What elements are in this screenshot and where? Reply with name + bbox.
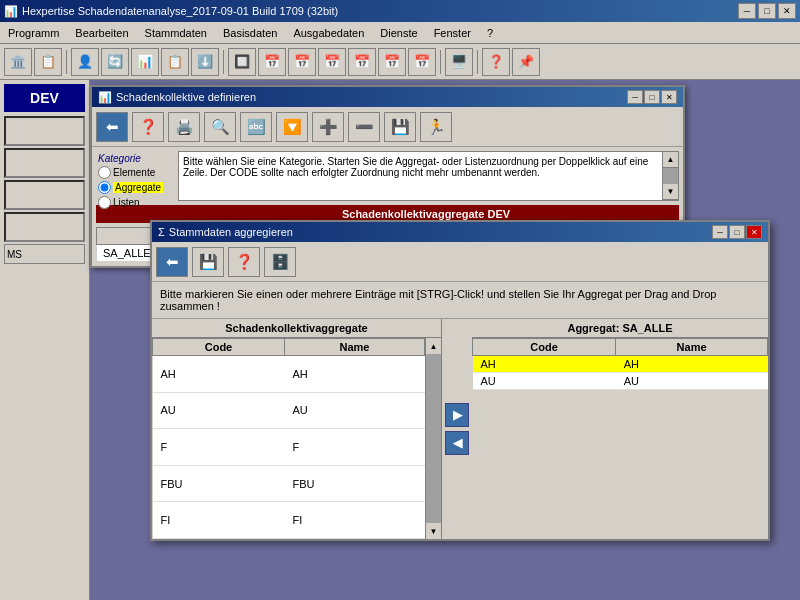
- left-row-code: AU: [153, 392, 285, 429]
- list-item[interactable]: FBU FBU: [153, 465, 425, 502]
- d1-save-btn[interactable]: 💾: [384, 112, 416, 142]
- dialog1-minimize[interactable]: ─: [627, 90, 643, 104]
- menu-programm[interactable]: Programm: [0, 25, 67, 41]
- left-scrollbar[interactable]: ▲ ▼: [425, 338, 441, 539]
- scroll-track: [426, 354, 441, 523]
- list-item[interactable]: AU AU: [153, 392, 425, 429]
- left-row-name: AH: [284, 356, 424, 393]
- list-item[interactable]: AU AU: [473, 373, 768, 390]
- tb-icon12[interactable]: 📅: [348, 48, 376, 76]
- dialog2-icon: Σ: [158, 226, 165, 238]
- left-row-name: AU: [284, 392, 424, 429]
- tb-sep2: [223, 50, 224, 74]
- d2-help-btn[interactable]: ❓: [228, 247, 260, 277]
- dialog1-maximize[interactable]: □: [644, 90, 660, 104]
- tb-icon15[interactable]: 🖥️: [445, 48, 473, 76]
- tb-icon17[interactable]: 📌: [512, 48, 540, 76]
- d1-help-btn[interactable]: ❓: [132, 112, 164, 142]
- menu-bar: Programm Bearbeiten Stammdaten Basisdate…: [0, 22, 800, 44]
- d2-db-btn[interactable]: 🗄️: [264, 247, 296, 277]
- tb-icon10[interactable]: 📅: [288, 48, 316, 76]
- category-label: Kategorie: [98, 153, 174, 164]
- tb-icon8[interactable]: 🔲: [228, 48, 256, 76]
- dialog1-close[interactable]: ✕: [661, 90, 677, 104]
- tb-icon6[interactable]: 📋: [161, 48, 189, 76]
- tb-icon3[interactable]: 👤: [71, 48, 99, 76]
- d1-run-btn[interactable]: 🏃: [420, 112, 452, 142]
- list-item[interactable]: F F: [153, 429, 425, 466]
- tb-icon16[interactable]: ❓: [482, 48, 510, 76]
- radio-aggregate[interactable]: Aggregate: [98, 181, 174, 194]
- radio-listen-input[interactable]: [98, 196, 111, 209]
- left-panel-header: Schadenkollektivaggregate: [152, 319, 441, 338]
- menu-stammdaten[interactable]: Stammdaten: [137, 25, 215, 41]
- scroll-down-btn[interactable]: ▼: [426, 523, 441, 539]
- close-button[interactable]: ✕: [778, 3, 796, 19]
- dialog1-toolbar: ⬅ ❓ 🖨️ 🔍 🔤 🔽 ➕ ➖ 💾 🏃: [92, 107, 683, 147]
- scroll-up[interactable]: ▲: [663, 152, 678, 168]
- info-text-box: Bitte wählen Sie eine Kategorie. Starten…: [178, 151, 679, 201]
- arrow-left-btn[interactable]: ◀: [445, 431, 469, 455]
- d1-exit-btn[interactable]: ⬅: [96, 112, 128, 142]
- scroll-up-btn[interactable]: ▲: [426, 338, 441, 354]
- radio-listen-label: Listen: [113, 197, 140, 208]
- menu-dienste[interactable]: Dienste: [372, 25, 425, 41]
- left-col-name: Name: [284, 339, 424, 356]
- radio-aggregate-label: Aggregate: [113, 182, 163, 193]
- dialog2-minimize[interactable]: ─: [712, 225, 728, 239]
- tb-icon2[interactable]: 📋: [34, 48, 62, 76]
- d1-print-btn[interactable]: 🖨️: [168, 112, 200, 142]
- radio-aggregate-input[interactable]: [98, 181, 111, 194]
- list-item[interactable]: AH AH: [153, 356, 425, 393]
- arrow-right-btn[interactable]: ▶: [445, 403, 469, 427]
- menu-basisdaten[interactable]: Basisdaten: [215, 25, 285, 41]
- right-panel-header: Aggregat: SA_ALLE: [472, 319, 768, 338]
- right-row-name: AH: [616, 356, 768, 373]
- d2-save-btn[interactable]: 💾: [192, 247, 224, 277]
- scroll-track[interactable]: [663, 168, 678, 184]
- list-item[interactable]: FI FI: [153, 502, 425, 539]
- dialog2-close[interactable]: ✕: [746, 225, 762, 239]
- menu-help[interactable]: ?: [479, 25, 501, 41]
- tb-sep1: [66, 50, 67, 74]
- tb-icon5[interactable]: 📊: [131, 48, 159, 76]
- menu-bearbeiten[interactable]: Bearbeiten: [67, 25, 136, 41]
- dialog2-title-bar: Σ Stammdaten aggregieren ─ □ ✕: [152, 222, 768, 242]
- d1-add-btn[interactable]: ➕: [312, 112, 344, 142]
- app-title: Hexpertise Schadendatenanalyse_2017-09-0…: [22, 5, 338, 17]
- left-row-name: FI: [284, 502, 424, 539]
- tb-icon1[interactable]: 🏛️: [4, 48, 32, 76]
- left-list-table: Code Name AH AH AU AU: [152, 338, 425, 539]
- left-box1: [4, 116, 85, 146]
- dialog2-maximize[interactable]: □: [729, 225, 745, 239]
- left-list-panel: Schadenkollektivaggregate Code Name AH: [152, 319, 442, 539]
- tb-icon4[interactable]: 🔄: [101, 48, 129, 76]
- d1-sort-btn[interactable]: 🔤: [240, 112, 272, 142]
- tb-icon9[interactable]: 📅: [258, 48, 286, 76]
- left-col-code: Code: [153, 339, 285, 356]
- tb-icon7[interactable]: ⬇️: [191, 48, 219, 76]
- d1-remove-btn[interactable]: ➖: [348, 112, 380, 142]
- menu-ausgabedaten[interactable]: Ausgabedaten: [285, 25, 372, 41]
- radio-elemente-label: Elemente: [113, 167, 155, 178]
- list-item[interactable]: AH AH: [473, 356, 768, 373]
- tb-icon13[interactable]: 📅: [378, 48, 406, 76]
- scroll-down[interactable]: ▼: [663, 184, 678, 200]
- dialog2-info: Bitte markieren Sie einen oder mehrere E…: [152, 282, 768, 319]
- info-text: Bitte wählen Sie eine Kategorie. Starten…: [183, 156, 674, 178]
- tb-icon11[interactable]: 📅: [318, 48, 346, 76]
- d1-filter-btn[interactable]: 🔽: [276, 112, 308, 142]
- radio-listen[interactable]: Listen: [98, 196, 174, 209]
- right-row-code: AU: [473, 373, 616, 390]
- radio-elemente-input[interactable]: [98, 166, 111, 179]
- title-bar: 📊 Hexpertise Schadendatenanalyse_2017-09…: [0, 0, 800, 22]
- radio-elemente[interactable]: Elemente: [98, 166, 174, 179]
- d2-exit-btn[interactable]: ⬅: [156, 247, 188, 277]
- left-box4: [4, 212, 85, 242]
- dialog2-info-text: Bitte markieren Sie einen oder mehrere E…: [160, 288, 716, 312]
- d1-search-btn[interactable]: 🔍: [204, 112, 236, 142]
- minimize-button[interactable]: ─: [738, 3, 756, 19]
- maximize-button[interactable]: □: [758, 3, 776, 19]
- menu-fenster[interactable]: Fenster: [426, 25, 479, 41]
- tb-icon14[interactable]: 📅: [408, 48, 436, 76]
